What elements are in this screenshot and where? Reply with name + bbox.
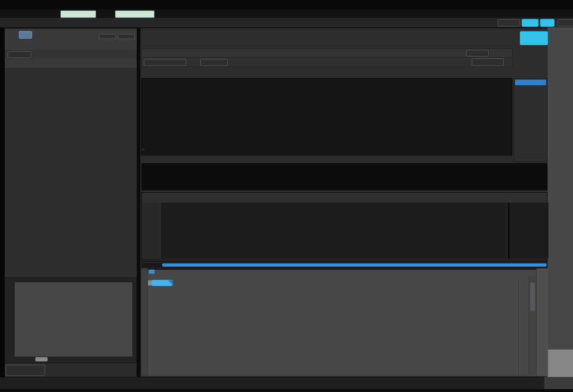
legend-tab — [148, 280, 152, 286]
field-row-1 — [141, 49, 513, 57]
load-button[interactable] — [520, 31, 548, 45]
clips-row — [141, 148, 512, 156]
analysis-chart-svg — [14, 282, 132, 356]
taskbar-right-segment[interactable] — [544, 377, 573, 389]
menubar-icon-group — [490, 1, 573, 8]
dan-mason-field[interactable] — [472, 58, 504, 66]
audio-waveform-svg[interactable] — [161, 202, 506, 258]
automation-legend-chip[interactable] — [152, 280, 172, 286]
sidebar-header — [5, 29, 137, 50]
time-display-primary — [60, 10, 96, 18]
audio-waveform-sub-svg[interactable] — [508, 202, 548, 258]
field-row-2 — [141, 57, 513, 67]
guided-button[interactable] — [200, 59, 228, 66]
track-header-row — [140, 67, 513, 78]
wave-status-strip — [141, 155, 512, 163]
automation-gutter — [141, 269, 148, 376]
menu-bar — [0, 0, 573, 9]
h-scrollbar-track[interactable] — [141, 263, 548, 268]
h-scrollbar-thumb[interactable] — [162, 263, 547, 267]
time-display-secondary — [115, 10, 155, 18]
inspection-button[interactable] — [6, 365, 45, 376]
cyan-toggle-button-1[interactable] — [522, 19, 539, 27]
automation-mode-icon[interactable] — [149, 270, 155, 274]
automation-v-ruler — [518, 276, 529, 375]
came-sound-field[interactable] — [144, 59, 186, 66]
mini-ruler-blue[interactable] — [515, 80, 546, 85]
sidebar-header-button-1[interactable] — [99, 34, 116, 39]
left-sidebar — [5, 28, 137, 377]
sidebar-subheader — [5, 58, 137, 69]
automation-tool-column — [536, 269, 548, 376]
project-thumbnail — [19, 31, 32, 39]
sidebar-bottom-row — [5, 363, 137, 377]
bottom-taskbar — [0, 377, 573, 390]
module-strip-bg — [141, 163, 548, 190]
cyan-toggle-button-2[interactable] — [540, 19, 555, 27]
window-left-edge — [0, 27, 5, 377]
transport-bar — [0, 9, 573, 18]
analysis-chart-frame — [5, 277, 137, 363]
debug-button[interactable] — [557, 19, 573, 26]
right-desktop-band-light — [548, 350, 573, 377]
screen-bottom-edge — [0, 389, 573, 392]
tab-detail[interactable] — [8, 51, 31, 58]
right-desktop-band — [548, 27, 573, 350]
daw-application-window — [0, 0, 573, 392]
loaded-button[interactable] — [498, 19, 520, 26]
audio-editor-header — [142, 193, 547, 203]
v-scroll-handle[interactable] — [530, 283, 535, 311]
chart-zoom-chip[interactable] — [35, 357, 48, 361]
automation-svg[interactable] — [147, 269, 518, 375]
legend-fold-corner — [168, 280, 173, 286]
sidebar-header-button-2[interactable] — [118, 34, 135, 39]
sidebar-tabs — [5, 50, 137, 59]
automation-v-scrollstrip[interactable] — [529, 276, 536, 375]
wave-right-mini-panel — [514, 78, 548, 162]
audio-editor-gutter — [142, 203, 162, 259]
secondary-toolbar — [0, 18, 573, 28]
power-field[interactable] — [466, 50, 489, 57]
